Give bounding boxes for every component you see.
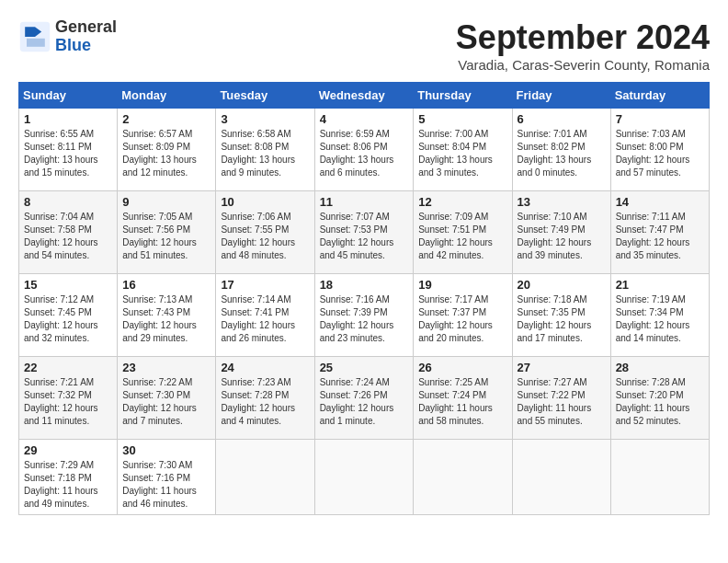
- day-number: 19: [418, 278, 506, 292]
- day-number: 9: [122, 195, 210, 209]
- calendar-cell: [314, 440, 414, 515]
- column-header-wednesday: Wednesday: [314, 83, 414, 109]
- calendar-cell: 2Sunrise: 6:57 AMSunset: 8:09 PMDaylight…: [118, 109, 216, 191]
- day-number: 16: [122, 278, 210, 292]
- calendar-cell: 20Sunrise: 7:18 AMSunset: 7:35 PMDayligh…: [512, 274, 610, 357]
- calendar-cell: 18Sunrise: 7:16 AMSunset: 7:39 PMDayligh…: [314, 274, 414, 357]
- day-number: 20: [518, 278, 606, 292]
- calendar-cell: 9Sunrise: 7:05 AMSunset: 7:56 PMDaylight…: [118, 191, 216, 274]
- day-number: 29: [24, 443, 112, 457]
- day-info: Sunrise: 7:14 AMSunset: 7:41 PMDaylight:…: [221, 293, 309, 345]
- day-info: Sunrise: 7:06 AMSunset: 7:55 PMDaylight:…: [221, 211, 309, 262]
- day-info: Sunrise: 6:59 AMSunset: 8:06 PMDaylight:…: [320, 128, 409, 179]
- column-header-sunday: Sunday: [19, 83, 118, 109]
- day-number: 28: [616, 361, 704, 374]
- column-header-monday: Monday: [118, 83, 216, 109]
- header: General Blue September 2024 Varadia, Car…: [18, 18, 710, 73]
- calendar-cell: 3Sunrise: 6:58 AMSunset: 8:08 PMDaylight…: [216, 109, 314, 191]
- day-info: Sunrise: 7:11 AMSunset: 7:47 PMDaylight:…: [616, 211, 704, 262]
- calendar-header-row: SundayMondayTuesdayWednesdayThursdayFrid…: [19, 83, 710, 109]
- calendar-cell: [216, 440, 314, 515]
- day-info: Sunrise: 7:23 AMSunset: 7:28 PMDaylight:…: [221, 376, 309, 428]
- column-header-tuesday: Tuesday: [216, 83, 314, 109]
- day-info: Sunrise: 7:16 AMSunset: 7:39 PMDaylight:…: [320, 293, 409, 345]
- day-number: 27: [518, 361, 606, 374]
- calendar-cell: 25Sunrise: 7:24 AMSunset: 7:26 PMDayligh…: [314, 357, 414, 440]
- day-number: 3: [221, 112, 309, 126]
- calendar-week-row: 8Sunrise: 7:04 AMSunset: 7:58 PMDaylight…: [19, 191, 710, 274]
- day-info: Sunrise: 7:13 AMSunset: 7:43 PMDaylight:…: [122, 293, 210, 345]
- calendar-cell: 21Sunrise: 7:19 AMSunset: 7:34 PMDayligh…: [610, 274, 709, 357]
- day-number: 24: [221, 361, 309, 374]
- calendar-cell: 28Sunrise: 7:28 AMSunset: 7:20 PMDayligh…: [610, 357, 709, 440]
- title-area: September 2024 Varadia, Caras-Severin Co…: [456, 18, 710, 73]
- column-header-friday: Friday: [512, 83, 610, 109]
- calendar-week-row: 1Sunrise: 6:55 AMSunset: 8:11 PMDaylight…: [19, 109, 710, 191]
- day-info: Sunrise: 7:30 AMSunset: 7:16 PMDaylight:…: [122, 459, 210, 511]
- day-number: 23: [122, 361, 210, 374]
- calendar-week-row: 29Sunrise: 7:29 AMSunset: 7:18 PMDayligh…: [19, 440, 710, 515]
- day-number: 8: [24, 195, 112, 209]
- day-number: 12: [418, 195, 506, 209]
- day-info: Sunrise: 6:58 AMSunset: 8:08 PMDaylight:…: [221, 128, 309, 179]
- day-number: 7: [616, 112, 704, 126]
- day-number: 22: [24, 361, 112, 374]
- calendar-cell: 17Sunrise: 7:14 AMSunset: 7:41 PMDayligh…: [216, 274, 314, 357]
- day-info: Sunrise: 7:18 AMSunset: 7:35 PMDaylight:…: [518, 293, 606, 345]
- day-number: 14: [616, 195, 704, 209]
- calendar-cell: 26Sunrise: 7:25 AMSunset: 7:24 PMDayligh…: [414, 357, 512, 440]
- calendar-week-row: 22Sunrise: 7:21 AMSunset: 7:32 PMDayligh…: [19, 357, 710, 440]
- day-info: Sunrise: 7:27 AMSunset: 7:22 PMDaylight:…: [518, 376, 606, 428]
- day-info: Sunrise: 7:01 AMSunset: 8:02 PMDaylight:…: [518, 128, 606, 179]
- day-info: Sunrise: 7:12 AMSunset: 7:45 PMDaylight:…: [24, 293, 112, 345]
- column-header-saturday: Saturday: [610, 83, 709, 109]
- calendar-cell: 7Sunrise: 7:03 AMSunset: 8:00 PMDaylight…: [610, 109, 709, 191]
- month-title: September 2024: [456, 18, 710, 57]
- calendar-cell: [610, 440, 709, 515]
- calendar-cell: 19Sunrise: 7:17 AMSunset: 7:37 PMDayligh…: [414, 274, 512, 357]
- calendar-cell: 29Sunrise: 7:29 AMSunset: 7:18 PMDayligh…: [19, 440, 118, 515]
- column-header-thursday: Thursday: [414, 83, 512, 109]
- calendar-cell: 23Sunrise: 7:22 AMSunset: 7:30 PMDayligh…: [118, 357, 216, 440]
- calendar-cell: 1Sunrise: 6:55 AMSunset: 8:11 PMDaylight…: [19, 109, 118, 191]
- day-number: 26: [418, 361, 506, 374]
- day-info: Sunrise: 7:19 AMSunset: 7:34 PMDaylight:…: [616, 293, 704, 345]
- day-info: Sunrise: 7:22 AMSunset: 7:30 PMDaylight:…: [122, 376, 210, 428]
- day-info: Sunrise: 6:57 AMSunset: 8:09 PMDaylight:…: [122, 128, 210, 179]
- calendar-cell: 27Sunrise: 7:27 AMSunset: 7:22 PMDayligh…: [512, 357, 610, 440]
- calendar-cell: 12Sunrise: 7:09 AMSunset: 7:51 PMDayligh…: [414, 191, 512, 274]
- logo-icon: [18, 20, 51, 53]
- calendar-cell: 5Sunrise: 7:00 AMSunset: 8:04 PMDaylight…: [414, 109, 512, 191]
- calendar-cell: 22Sunrise: 7:21 AMSunset: 7:32 PMDayligh…: [19, 357, 118, 440]
- day-info: Sunrise: 7:00 AMSunset: 8:04 PMDaylight:…: [418, 128, 506, 179]
- day-info: Sunrise: 7:04 AMSunset: 7:58 PMDaylight:…: [24, 211, 112, 262]
- day-number: 4: [320, 112, 409, 126]
- calendar-cell: 6Sunrise: 7:01 AMSunset: 8:02 PMDaylight…: [512, 109, 610, 191]
- day-info: Sunrise: 6:55 AMSunset: 8:11 PMDaylight:…: [24, 128, 112, 179]
- calendar-table: SundayMondayTuesdayWednesdayThursdayFrid…: [18, 82, 710, 515]
- day-number: 2: [122, 112, 210, 126]
- day-info: Sunrise: 7:07 AMSunset: 7:53 PMDaylight:…: [320, 211, 409, 262]
- calendar-cell: 30Sunrise: 7:30 AMSunset: 7:16 PMDayligh…: [118, 440, 216, 515]
- day-info: Sunrise: 7:25 AMSunset: 7:24 PMDaylight:…: [418, 376, 506, 428]
- logo: General Blue: [18, 18, 117, 55]
- calendar-cell: 14Sunrise: 7:11 AMSunset: 7:47 PMDayligh…: [610, 191, 709, 274]
- day-info: Sunrise: 7:21 AMSunset: 7:32 PMDaylight:…: [24, 376, 112, 428]
- day-number: 13: [518, 195, 606, 209]
- day-info: Sunrise: 7:05 AMSunset: 7:56 PMDaylight:…: [122, 211, 210, 262]
- calendar-cell: [512, 440, 610, 515]
- day-number: 18: [320, 278, 409, 292]
- logo-text: General Blue: [55, 18, 117, 55]
- calendar-cell: 13Sunrise: 7:10 AMSunset: 7:49 PMDayligh…: [512, 191, 610, 274]
- day-number: 17: [221, 278, 309, 292]
- calendar-cell: 10Sunrise: 7:06 AMSunset: 7:55 PMDayligh…: [216, 191, 314, 274]
- day-number: 1: [24, 112, 112, 126]
- calendar-cell: 4Sunrise: 6:59 AMSunset: 8:06 PMDaylight…: [314, 109, 414, 191]
- day-number: 25: [320, 361, 409, 374]
- location-subtitle: Varadia, Caras-Severin County, Romania: [456, 57, 710, 73]
- day-number: 21: [616, 278, 704, 292]
- calendar-week-row: 15Sunrise: 7:12 AMSunset: 7:45 PMDayligh…: [19, 274, 710, 357]
- day-info: Sunrise: 7:28 AMSunset: 7:20 PMDaylight:…: [616, 376, 704, 428]
- calendar-cell: 16Sunrise: 7:13 AMSunset: 7:43 PMDayligh…: [118, 274, 216, 357]
- day-info: Sunrise: 7:29 AMSunset: 7:18 PMDaylight:…: [24, 459, 112, 511]
